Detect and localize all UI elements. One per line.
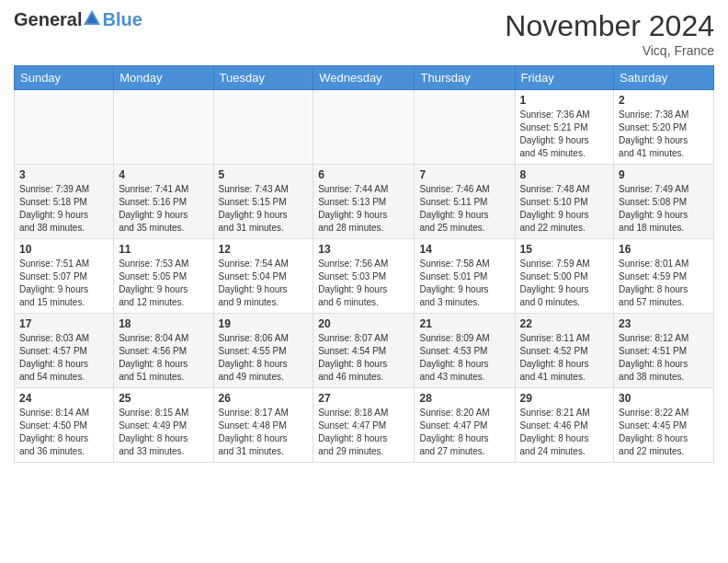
table-row [415,90,515,165]
day-number: 18 [119,317,208,330]
table-row: 20Sunrise: 8:07 AM Sunset: 4:54 PM Dayli… [313,314,415,388]
table-row: 22Sunrise: 8:11 AM Sunset: 4:52 PM Dayli… [515,314,614,388]
table-row: 3Sunrise: 7:39 AM Sunset: 5:18 PM Daylig… [15,165,114,239]
day-number: 15 [520,243,609,256]
logo-general: General [14,9,82,30]
day-number: 6 [318,168,409,181]
table-row: 11Sunrise: 7:53 AM Sunset: 5:05 PM Dayli… [114,239,213,314]
day-info: Sunrise: 7:54 AM Sunset: 5:04 PM Dayligh… [219,258,309,309]
day-info: Sunrise: 8:21 AM Sunset: 4:46 PM Dayligh… [520,407,609,458]
day-info: Sunrise: 8:06 AM Sunset: 4:55 PM Dayligh… [219,332,309,384]
col-friday: Friday [515,66,614,90]
calendar-week-row: 3Sunrise: 7:39 AM Sunset: 5:18 PM Daylig… [15,165,714,239]
header: General Blue November 2024 Vicq, France [14,9,714,58]
col-sunday: Sunday [15,66,114,90]
table-row: 30Sunrise: 8:22 AM Sunset: 4:45 PM Dayli… [614,388,714,463]
table-row: 25Sunrise: 8:15 AM Sunset: 4:49 PM Dayli… [114,388,213,463]
table-row: 4Sunrise: 7:41 AM Sunset: 5:16 PM Daylig… [114,165,213,239]
day-info: Sunrise: 7:51 AM Sunset: 5:07 PM Dayligh… [19,258,108,309]
day-number: 17 [19,317,108,330]
logo: General Blue [14,9,142,30]
day-number: 30 [619,392,709,405]
title-section: November 2024 Vicq, France [505,9,714,58]
col-wednesday: Wednesday [313,66,415,90]
table-row: 21Sunrise: 8:09 AM Sunset: 4:53 PM Dayli… [415,314,515,388]
table-row: 9Sunrise: 7:49 AM Sunset: 5:08 PM Daylig… [614,165,714,239]
day-number: 11 [119,243,208,256]
day-info: Sunrise: 8:04 AM Sunset: 4:56 PM Dayligh… [119,332,208,384]
day-number: 4 [119,168,208,181]
table-row: 28Sunrise: 8:20 AM Sunset: 4:47 PM Dayli… [415,388,515,463]
day-info: Sunrise: 8:18 AM Sunset: 4:47 PM Dayligh… [318,407,409,458]
table-row: 14Sunrise: 7:58 AM Sunset: 5:01 PM Dayli… [415,239,515,314]
day-number: 7 [419,168,509,181]
day-number: 14 [419,243,509,256]
day-number: 9 [619,168,709,181]
day-info: Sunrise: 8:20 AM Sunset: 4:47 PM Dayligh… [419,407,509,458]
table-row: 15Sunrise: 7:59 AM Sunset: 5:00 PM Dayli… [515,239,614,314]
page-container: General Blue November 2024 Vicq, France … [0,0,728,467]
day-info: Sunrise: 8:09 AM Sunset: 4:53 PM Dayligh… [419,332,509,384]
day-info: Sunrise: 8:14 AM Sunset: 4:50 PM Dayligh… [19,407,108,458]
location: Vicq, France [505,43,714,58]
table-row: 16Sunrise: 8:01 AM Sunset: 4:59 PM Dayli… [614,239,714,314]
day-number: 29 [520,392,609,405]
table-row: 5Sunrise: 7:43 AM Sunset: 5:15 PM Daylig… [213,165,313,239]
month-title: November 2024 [505,9,714,43]
calendar-week-row: 10Sunrise: 7:51 AM Sunset: 5:07 PM Dayli… [15,239,714,314]
day-number: 26 [219,392,309,405]
table-row: 2Sunrise: 7:38 AM Sunset: 5:20 PM Daylig… [614,90,714,165]
table-row: 26Sunrise: 8:17 AM Sunset: 4:48 PM Dayli… [213,388,313,463]
day-number: 23 [619,317,709,330]
day-info: Sunrise: 7:53 AM Sunset: 5:05 PM Dayligh… [119,258,208,309]
calendar-week-row: 1Sunrise: 7:36 AM Sunset: 5:21 PM Daylig… [15,90,714,165]
col-tuesday: Tuesday [213,66,313,90]
calendar-week-row: 17Sunrise: 8:03 AM Sunset: 4:57 PM Dayli… [15,314,714,388]
day-number: 28 [419,392,509,405]
day-info: Sunrise: 8:03 AM Sunset: 4:57 PM Dayligh… [19,332,108,384]
calendar-week-row: 24Sunrise: 8:14 AM Sunset: 4:50 PM Dayli… [15,388,714,463]
day-number: 19 [219,317,309,330]
day-info: Sunrise: 8:17 AM Sunset: 4:48 PM Dayligh… [219,407,309,458]
day-info: Sunrise: 7:44 AM Sunset: 5:13 PM Dayligh… [318,183,409,235]
day-number: 1 [520,94,609,107]
day-info: Sunrise: 7:48 AM Sunset: 5:10 PM Dayligh… [520,183,609,235]
table-row: 6Sunrise: 7:44 AM Sunset: 5:13 PM Daylig… [313,165,415,239]
day-info: Sunrise: 7:46 AM Sunset: 5:11 PM Dayligh… [419,183,509,235]
day-info: Sunrise: 8:12 AM Sunset: 4:51 PM Dayligh… [619,332,709,384]
logo-icon [82,8,102,29]
day-info: Sunrise: 7:41 AM Sunset: 5:16 PM Dayligh… [119,183,208,235]
col-thursday: Thursday [415,66,515,90]
table-row: 8Sunrise: 7:48 AM Sunset: 5:10 PM Daylig… [515,165,614,239]
day-number: 20 [318,317,409,330]
day-number: 10 [19,243,108,256]
day-number: 13 [318,243,409,256]
day-number: 16 [619,243,709,256]
table-row: 12Sunrise: 7:54 AM Sunset: 5:04 PM Dayli… [213,239,313,314]
day-info: Sunrise: 7:56 AM Sunset: 5:03 PM Dayligh… [318,258,409,309]
table-row: 7Sunrise: 7:46 AM Sunset: 5:11 PM Daylig… [415,165,515,239]
day-info: Sunrise: 7:39 AM Sunset: 5:18 PM Dayligh… [19,183,108,235]
day-info: Sunrise: 7:49 AM Sunset: 5:08 PM Dayligh… [619,183,709,235]
table-row: 19Sunrise: 8:06 AM Sunset: 4:55 PM Dayli… [213,314,313,388]
table-row: 27Sunrise: 8:18 AM Sunset: 4:47 PM Dayli… [313,388,415,463]
table-row: 18Sunrise: 8:04 AM Sunset: 4:56 PM Dayli… [114,314,213,388]
day-number: 22 [520,317,609,330]
table-row [213,90,313,165]
day-info: Sunrise: 7:43 AM Sunset: 5:15 PM Dayligh… [219,183,309,235]
day-number: 12 [219,243,309,256]
day-info: Sunrise: 8:22 AM Sunset: 4:45 PM Dayligh… [619,407,709,458]
table-row: 13Sunrise: 7:56 AM Sunset: 5:03 PM Dayli… [313,239,415,314]
table-row: 23Sunrise: 8:12 AM Sunset: 4:51 PM Dayli… [614,314,714,388]
table-row: 17Sunrise: 8:03 AM Sunset: 4:57 PM Dayli… [15,314,114,388]
day-number: 5 [219,168,309,181]
day-info: Sunrise: 7:36 AM Sunset: 5:21 PM Dayligh… [520,109,609,160]
day-number: 24 [19,392,108,405]
table-row [15,90,114,165]
day-info: Sunrise: 8:01 AM Sunset: 4:59 PM Dayligh… [619,258,709,309]
day-number: 3 [19,168,108,181]
day-info: Sunrise: 7:59 AM Sunset: 5:00 PM Dayligh… [520,258,609,309]
day-info: Sunrise: 8:11 AM Sunset: 4:52 PM Dayligh… [520,332,609,384]
table-row: 24Sunrise: 8:14 AM Sunset: 4:50 PM Dayli… [15,388,114,463]
day-number: 2 [619,94,709,107]
